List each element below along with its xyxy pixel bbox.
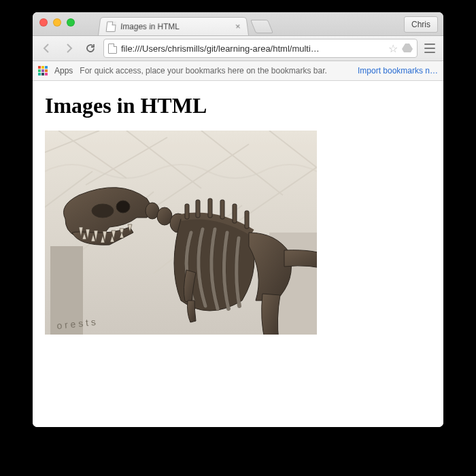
- close-window-button[interactable]: [39, 18, 48, 27]
- svg-rect-16: [245, 211, 249, 228]
- close-tab-button[interactable]: ×: [235, 22, 241, 32]
- tab-title: Images in HTML: [120, 22, 180, 31]
- svg-rect-13: [208, 199, 212, 218]
- import-bookmarks-link[interactable]: Import bookmarks n…: [358, 66, 438, 75]
- reload-button[interactable]: [82, 40, 99, 56]
- minimize-window-button[interactable]: [53, 18, 61, 27]
- svg-rect-15: [233, 204, 237, 223]
- tab-active[interactable]: Images in HTML ×: [98, 17, 249, 35]
- toolbar: file:///Users/chrismills/git/learning-ar…: [33, 36, 443, 61]
- profile-name: Chris: [411, 20, 430, 29]
- url-text: file:///Users/chrismills/git/learning-ar…: [121, 44, 384, 54]
- address-bar[interactable]: file:///Users/chrismills/git/learning-ar…: [103, 39, 418, 58]
- file-icon: [108, 44, 117, 54]
- svg-rect-14: [220, 200, 224, 219]
- svg-point-6: [116, 201, 130, 213]
- back-button[interactable]: [38, 40, 56, 56]
- content-image: o r e s t s: [45, 131, 317, 335]
- bookmarks-hint: For quick access, place your bookmarks h…: [80, 66, 327, 75]
- bookmarks-bar: Apps For quick access, place your bookma…: [33, 61, 443, 81]
- apps-icon[interactable]: [38, 66, 48, 75]
- tab-strip: Images in HTML × Chris: [33, 12, 443, 36]
- maximize-window-button[interactable]: [67, 18, 75, 27]
- new-tab-button[interactable]: [250, 20, 273, 33]
- bookmark-star-icon[interactable]: ☆: [388, 42, 398, 55]
- drive-icon[interactable]: [402, 43, 413, 54]
- svg-rect-11: [185, 204, 189, 219]
- profile-button[interactable]: Chris: [404, 16, 438, 33]
- page-heading: Images in HTML: [45, 93, 431, 118]
- hamburger-menu-button[interactable]: [422, 40, 438, 56]
- page-icon: [106, 21, 116, 31]
- page-content: Images in HTML: [33, 81, 443, 427]
- svg-point-7: [92, 204, 114, 218]
- browser-window: Images in HTML × Chris file:///Users/chr…: [33, 12, 443, 427]
- window-controls: [39, 18, 75, 27]
- svg-rect-12: [196, 200, 200, 218]
- apps-label[interactable]: Apps: [54, 66, 73, 75]
- forward-button[interactable]: [60, 40, 78, 56]
